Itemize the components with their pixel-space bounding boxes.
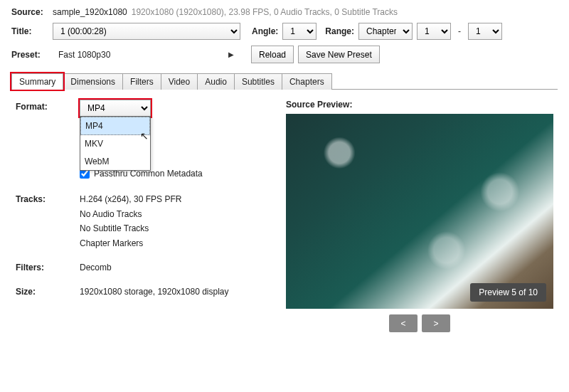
angle-label: Angle: (252, 26, 278, 36)
preview-label: Source Preview: (286, 100, 553, 110)
preview-image: Preview 5 of 10 (286, 114, 553, 309)
reload-button[interactable]: Reload (251, 46, 294, 63)
format-option-webm[interactable]: WebM (80, 153, 150, 170)
range-from-select[interactable]: 1 (417, 23, 451, 40)
preset-value: Fast 1080p30 (58, 50, 110, 60)
tracks-chapter: Chapter Markers (80, 236, 272, 250)
title-select[interactable]: 1 (00:00:28) (53, 23, 240, 40)
tracks-subtitle: No Subtitle Tracks (80, 221, 272, 235)
tab-summary[interactable]: Summary (11, 73, 63, 90)
filters-value: Decomb (80, 260, 272, 275)
tracks-label: Tracks: (16, 192, 80, 204)
format-select[interactable]: MP4 (80, 100, 151, 117)
range-to-select[interactable]: 1 (468, 23, 502, 40)
filters-label: Filters: (16, 260, 80, 272)
tab-dimensions[interactable]: Dimensions (63, 73, 123, 90)
size-label: Size: (16, 285, 80, 297)
format-dropdown: MP4 MKV WebM ↖ (80, 116, 151, 171)
preset-label: Preset: (11, 50, 48, 60)
tab-subtitles[interactable]: Subtitles (234, 73, 282, 90)
format-option-mkv[interactable]: MKV (80, 135, 150, 152)
angle-select[interactable]: 1 (282, 23, 317, 40)
preset-select[interactable]: Fast 1080p30 ▶ (53, 48, 240, 62)
format-option-mp4[interactable]: MP4 (80, 117, 150, 135)
range-label: Range: (325, 26, 354, 36)
range-type-select[interactable]: Chapters (358, 23, 413, 40)
source-label: Source: (11, 7, 48, 17)
title-label: Title: (11, 26, 48, 36)
tracks-video: H.264 (x264), 30 FPS PFR (80, 192, 272, 206)
source-meta: 1920x1080 (1920x1080), 23.98 FPS, 0 Audi… (132, 7, 398, 17)
preview-badge: Preview 5 of 10 (470, 283, 546, 302)
tab-audio[interactable]: Audio (197, 73, 235, 90)
preview-next-button[interactable]: > (422, 314, 450, 332)
size-value: 1920x1080 storage, 1920x1080 display (80, 285, 272, 299)
tracks-audio: No Audio Tracks (80, 207, 272, 221)
tab-filters[interactable]: Filters (122, 73, 161, 90)
format-label: Format: (16, 100, 80, 112)
save-preset-button[interactable]: Save New Preset (298, 46, 380, 63)
chevron-right-icon: ▶ (228, 51, 234, 58)
preview-prev-button[interactable]: < (389, 314, 418, 332)
tab-chapters[interactable]: Chapters (282, 73, 332, 90)
range-dash: - (455, 26, 464, 36)
source-name: sample_1920x1080 (53, 7, 127, 17)
tab-video[interactable]: Video (161, 73, 198, 90)
